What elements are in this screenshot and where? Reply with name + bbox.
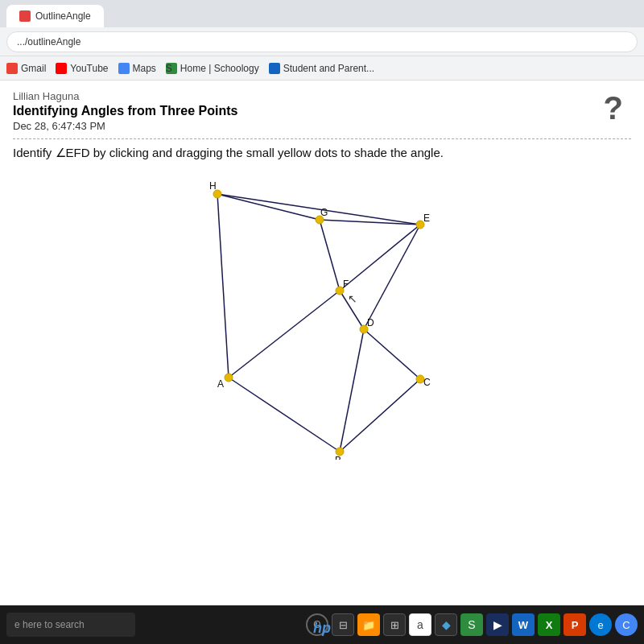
instruction-text: Identify ∠EFD by clicking and dragging t… [13,146,631,160]
bookmark-label: YouTube [70,63,108,74]
line-DC [364,329,420,379]
bookmark-label: Student and Parent... [283,63,374,74]
bookmark-label: Home | Schoology [180,63,259,74]
divider [13,138,631,139]
nav-bar: .../outlineAngle [0,27,644,56]
bookmark-label: Gmail [21,63,46,74]
dot-A[interactable] [225,374,233,382]
label-H: H [209,180,217,192]
line-ED [364,225,420,329]
url-text: .../outlineAngle [17,36,80,47]
label-C: C [423,377,431,388]
gmail-icon [6,63,18,74]
line-GF [320,220,340,291]
chrome-icon[interactable]: a [409,613,431,636]
store-icon[interactable]: ⊞ [383,613,406,636]
tab-favicon [19,10,31,22]
search-placeholder: e here to search [14,619,85,630]
chrome2-icon[interactable]: C [615,613,638,636]
youtube-icon [56,63,67,74]
label-E: E [423,213,430,224]
label-A: A [217,378,224,390]
bookmark-schoology[interactable]: S Home | Schoology [166,63,259,74]
geometry-diagram[interactable]: H G E F D A C B ↖ [177,170,467,460]
hp-logo: hp [306,612,338,644]
student-parent-icon [269,63,280,74]
powerpoint-icon[interactable]: P [564,613,586,636]
activity-title: Identifying Angles from Three Points [13,104,631,118]
bookmark-student-parent[interactable]: Student and Parent... [269,63,374,74]
label-D: D [367,317,374,328]
diagram-area: H G E F D A C B ↖ [13,170,631,460]
schoology-icon: S [166,63,177,74]
tab-bar: OutlineAngle [0,0,644,27]
bookmark-label: Maps [133,63,156,74]
navy-icon[interactable]: ▶ [486,613,509,636]
hp-text: hp [313,620,331,637]
label-F: F [343,279,349,290]
bookmark-maps[interactable]: Maps [118,63,156,74]
dropbox-icon[interactable]: ◆ [435,613,457,636]
bookmark-gmail[interactable]: Gmail [6,63,46,74]
line-FA [229,291,340,378]
line-AB [229,378,340,452]
file-explorer-icon[interactable]: 📁 [357,613,380,636]
taskbar: e here to search O ⊟ 📁 ⊞ a ◆ S ▶ W X P e… [0,605,644,644]
help-icon[interactable]: ? [604,90,623,126]
excel-icon[interactable]: X [538,613,560,636]
search-bar[interactable]: e here to search [6,613,135,637]
edge-icon[interactable]: e [589,613,612,636]
bookmark-youtube[interactable]: YouTube [56,63,108,74]
line-HA [217,194,229,378]
url-bar[interactable]: .../outlineAngle [6,31,638,52]
taskbar-icons: O ⊟ 📁 ⊞ a ◆ S ▶ W X P e C [306,613,638,636]
word-icon[interactable]: W [512,613,535,636]
maps-icon [118,63,130,74]
browser-window: OutlineAngle .../outlineAngle Gmail YouT… [0,0,644,644]
student-name: Lillian Haguna [13,90,631,102]
bookmarks-bar: Gmail YouTube Maps S Home | Schoology St… [0,56,644,80]
timestamp: Dec 28, 6:47:43 PM [13,120,631,132]
cursor-indicator: ↖ [348,292,357,305]
label-G: G [320,207,328,218]
line-EF [340,225,420,291]
s-app-icon[interactable]: S [460,613,483,636]
active-tab[interactable]: OutlineAngle [6,5,104,27]
page-content: Lillian Haguna Identifying Angles from T… [0,80,644,605]
label-B: B [335,455,341,460]
tab-title: OutlineAngle [35,10,91,22]
